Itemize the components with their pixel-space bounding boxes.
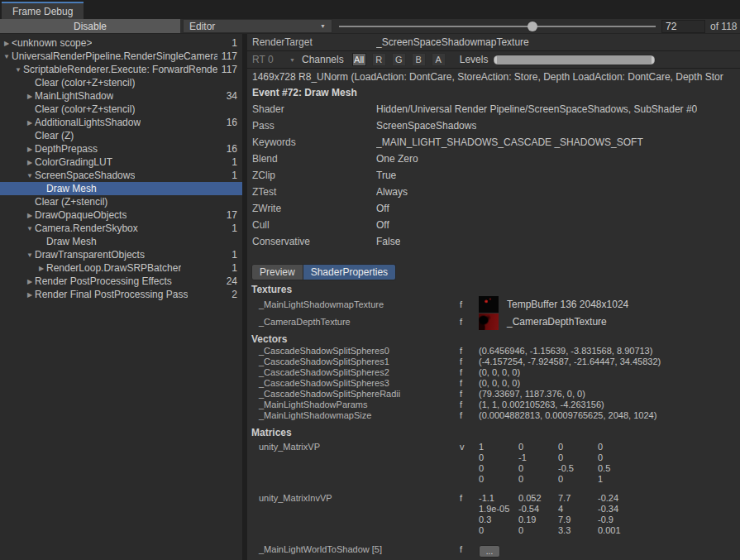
expand-array-button[interactable]: ... <box>479 545 500 558</box>
foldout-open-icon[interactable]: ▼ <box>25 172 35 179</box>
texture-thumbnail[interactable] <box>479 314 499 330</box>
foldout-open-icon[interactable]: ▼ <box>13 66 23 74</box>
tree-item[interactable]: ▶<unknown scope>1 <box>0 36 242 50</box>
capture-target-dropdown[interactable]: Editor ▼ <box>183 19 332 33</box>
render-target-row: RenderTarget _ScreenSpaceShadowmapTextur… <box>247 34 740 51</box>
vector-value: (0, 0, 0, 0) <box>479 378 520 388</box>
vector-row: _CascadeShadowSplitSpheres0f(0.6456946, … <box>247 345 740 356</box>
foldout-closed-icon[interactable]: ▶ <box>25 146 35 153</box>
vector-value: (-4.157254, -7.924587, -21.64447, 34.458… <box>479 357 661 366</box>
vector-name: _MainLightShadowParams <box>247 400 460 409</box>
matrix-cell: 4 <box>558 504 598 515</box>
tree-item-label: Draw Mesh <box>46 183 97 194</box>
property-type-flag: f <box>460 317 479 327</box>
tab-frame-debug[interactable]: Frame Debug <box>2 2 84 19</box>
tree-item[interactable]: ▶ColorGradingLUT1 <box>0 156 242 169</box>
disable-button[interactable]: Disable <box>0 19 180 33</box>
matrix-values: 10000-10000-0.50.50001 <box>479 442 637 485</box>
info-row-value: True <box>376 170 396 181</box>
info-row: Keywords_MAIN_LIGHT_SHADOWS_CASCADE _SHA… <box>247 134 740 151</box>
tab-preview-label: Preview <box>260 266 295 278</box>
texture-thumbnail[interactable] <box>479 296 499 313</box>
matrix-cell: 7.9 <box>558 515 598 525</box>
tree-item-count: 1 <box>227 37 237 49</box>
tree-item-label: ScreenSpaceShadows <box>35 170 135 181</box>
matrix-cell: 0.052 <box>518 493 558 504</box>
section-title-textures: Textures <box>247 284 740 295</box>
foldout-closed-icon[interactable]: ▶ <box>25 93 35 100</box>
tree-item-label: Clear (Z) <box>35 130 74 141</box>
tree-item[interactable]: ▶DrawOpaqueObjects17 <box>0 208 242 222</box>
vector-name: _CascadeShadowSplitSphereRadii <box>247 389 460 399</box>
property-type-flag: v <box>460 442 479 452</box>
vector-name: _CascadeShadowSplitSpheres2 <box>247 367 460 377</box>
foldout-closed-icon[interactable]: ▶ <box>2 40 12 47</box>
tree-item[interactable]: ▼UniversalRenderPipeline.RenderSingleCam… <box>0 50 242 63</box>
tab-preview[interactable]: Preview <box>251 264 303 280</box>
foldout-open-icon[interactable]: ▼ <box>25 251 35 259</box>
channel-button-a[interactable]: A <box>432 53 446 66</box>
matrix-name: unity_MatrixVP <box>247 442 460 452</box>
info-row-value: Off <box>376 219 389 231</box>
matrix-row: 0001 <box>479 474 637 485</box>
tree-item-count: 34 <box>222 90 237 102</box>
channels-label: Channels <box>302 54 344 65</box>
tree-item[interactable]: ▶AdditionalLightsShadow16 <box>0 116 242 129</box>
tree-item[interactable]: ▼ScriptableRenderer.Execute: ForwardRend… <box>0 63 242 76</box>
foldout-open-icon[interactable]: ▼ <box>2 53 12 60</box>
levels-range-slider[interactable] <box>493 55 656 65</box>
tree-item[interactable]: ▶Render PostProcessing Effects24 <box>0 275 242 288</box>
foldout-open-icon[interactable]: ▼ <box>25 225 35 232</box>
channel-button-b[interactable]: B <box>412 53 426 66</box>
foldout-closed-icon[interactable]: ▶ <box>25 159 35 166</box>
tree-item[interactable]: Clear (Z+stencil) <box>0 195 242 208</box>
frame-slider[interactable] <box>339 19 656 34</box>
channel-button-g[interactable]: G <box>392 53 406 66</box>
foldout-closed-icon[interactable]: ▶ <box>25 291 35 299</box>
matrix-name: _MainLightWorldToShadow [5] <box>247 544 460 555</box>
foldout-closed-icon[interactable]: ▶ <box>25 278 35 285</box>
info-row-label: Pass <box>252 120 376 132</box>
matrix-cell: 0 <box>518 463 558 474</box>
info-row-value: ScreenSpaceShadows <box>376 120 476 132</box>
matrix-cell: 1 <box>598 474 637 485</box>
foldout-closed-icon[interactable]: ▶ <box>25 119 35 127</box>
channel-button-all[interactable]: All <box>352 53 366 66</box>
tree-item[interactable]: ▶RenderLoop.DrawSRPBatcher1 <box>0 261 242 275</box>
frame-slider-thumb[interactable] <box>528 22 537 31</box>
tab-frame-debug-label: Frame Debug <box>12 6 73 17</box>
info-row-value: Off <box>376 203 389 214</box>
tree-item[interactable]: Clear (color+Z+stencil) <box>0 103 242 116</box>
tree-item[interactable]: ▼Camera.RenderSkybox1 <box>0 222 242 235</box>
foldout-closed-icon[interactable]: ▶ <box>36 265 46 272</box>
tree-item[interactable]: ▼ScreenSpaceShadows1 <box>0 169 242 182</box>
vector-row: _MainLightShadowmapSizef(0.0004882813, 0… <box>247 409 740 420</box>
tab-shader-properties[interactable]: ShaderProperties <box>303 264 396 280</box>
tree-item[interactable]: ▶MainLightShadow34 <box>0 89 242 103</box>
detail-tabs: Preview ShaderProperties <box>251 264 740 280</box>
property-type-flag: f <box>460 346 479 356</box>
texture-value: TempBuffer 136 2048x1024 <box>507 299 628 310</box>
foldout-closed-icon[interactable]: ▶ <box>25 212 35 219</box>
tree-item[interactable]: Draw Mesh <box>0 182 242 195</box>
texture-row: _CameraDepthTexturef_CameraDepthTexture <box>247 313 740 330</box>
tree-item-label: Render PostProcessing Effects <box>35 275 172 287</box>
tree-item-label: DrawTransparentObjects <box>35 249 145 261</box>
vector-row: _CascadeShadowSplitSphereRadiif(79.33697… <box>247 388 740 399</box>
tree-item-count: 16 <box>222 117 237 128</box>
tree-item[interactable]: Clear (Z) <box>0 129 242 142</box>
rt-index-dropdown[interactable]: RT 0 ▼ <box>252 54 298 65</box>
info-row-label: ZTest <box>252 186 376 198</box>
tree-item[interactable]: ▶DepthPrepass16 <box>0 142 242 156</box>
frame-number-input[interactable] <box>661 20 705 33</box>
matrix-row: 1000 <box>479 442 637 452</box>
tree-item[interactable]: ▶Render Final PostProcessing Pass2 <box>0 288 242 301</box>
info-row: ZTestAlways <box>247 184 740 200</box>
matrix-cell: 1 <box>479 442 518 452</box>
tree-item[interactable]: Clear (color+Z+stencil) <box>0 76 242 89</box>
vector-row: _MainLightShadowParamsf(1, 1, 0.00210526… <box>247 399 740 409</box>
section-title-matrices: Matrices <box>247 427 740 438</box>
tree-item[interactable]: Draw Mesh <box>0 235 242 248</box>
tree-item[interactable]: ▼DrawTransparentObjects1 <box>0 248 242 261</box>
channel-button-r[interactable]: R <box>372 53 386 66</box>
